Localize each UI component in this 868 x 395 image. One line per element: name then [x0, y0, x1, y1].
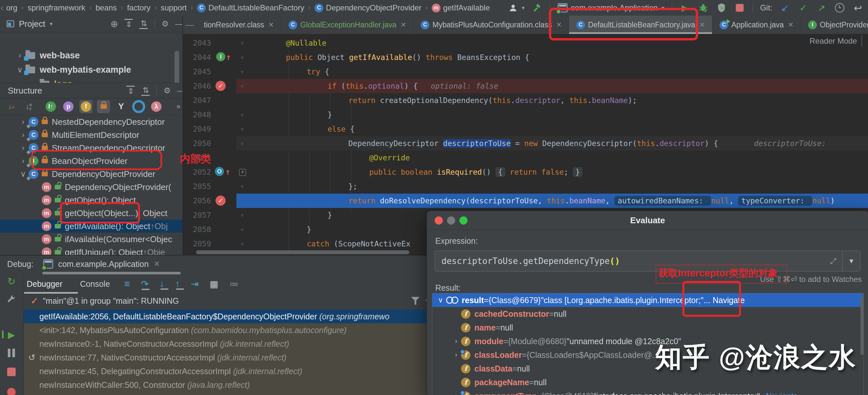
minimize-window-icon[interactable] [447, 217, 455, 225]
rerun-icon[interactable]: ↻ [5, 275, 18, 287]
tab-console[interactable]: Console [77, 279, 113, 289]
fold-marker-icon[interactable]: ▿ [240, 136, 244, 150]
show-properties-icon[interactable]: p [62, 100, 75, 113]
structure-tree-item[interactable]: mgetIfAvailable(): Object ↑Obj [0, 220, 183, 233]
stack-frame-row[interactable]: newInstanceWithCaller:500, Constructor (… [24, 378, 438, 392]
result-tree-row[interactable]: fname = null [432, 321, 864, 334]
evaluate-expression-icon[interactable]: ▦ [210, 279, 218, 289]
overriding-icon[interactable]: O [215, 167, 224, 176]
thread-status-row[interactable]: ✓ "main"@1 in group "main": RUNNING ▾ [24, 293, 437, 308]
user-icon[interactable] [507, 2, 519, 13]
evaluate-expression-input[interactable]: descriptorToUse.getDependencyType () ⤢ ▼ [435, 251, 861, 272]
profiler-icon[interactable] [716, 2, 727, 13]
run-button[interactable]: ▶ [680, 2, 690, 13]
code-line[interactable]: 2045▿try { [183, 64, 868, 79]
fold-marker-icon[interactable]: ▿ [240, 208, 244, 222]
stack-frame-row[interactable]: newInstance:45, DelegatingConstructorAcc… [24, 364, 438, 378]
stop-process-icon[interactable] [5, 366, 18, 378]
chevron-icon[interactable]: › [451, 337, 461, 345]
expand-all-icon[interactable]: ⇕ [124, 19, 133, 29]
result-tree-row[interactable]: fpackageName = null [432, 375, 864, 389]
show-non-public-icon[interactable] [97, 100, 110, 113]
structure-tree-item[interactable]: ›IBeanObjectProvider [0, 154, 183, 168]
step-over-icon[interactable]: ↷ [141, 279, 149, 289]
debug-bug-icon[interactable] [698, 2, 709, 13]
toggle-lambda-icon[interactable]: λ [150, 100, 163, 113]
collapse-all-icon[interactable]: ⇅ [140, 19, 148, 29]
view-breakpoints-icon[interactable] [5, 386, 18, 395]
expand-all-icon[interactable]: ⇕ [126, 86, 135, 96]
structure-tree-item[interactable]: ›CMultiElementDescriptor [0, 129, 183, 141]
rollback-icon[interactable]: ↩ [852, 2, 863, 13]
code-line[interactable]: 2056✓return doResolveDependency(descript… [183, 194, 868, 208]
collapse-all-icon[interactable]: ⇅ [141, 86, 150, 96]
close-tab-icon[interactable]: ✕ [556, 21, 562, 29]
git-push-icon[interactable]: ↗ [816, 2, 827, 13]
settings-wrench-icon[interactable] [5, 293, 18, 305]
project-settings-gear-icon[interactable]: ⚙ [161, 19, 169, 28]
tab-overflow-icon[interactable]: — [183, 16, 197, 34]
structure-settings-gear-icon[interactable]: ⚙ [163, 86, 170, 95]
editor-tab[interactable]: CDefaultListableBeanFactory.java✕ [569, 16, 712, 34]
filter-icon[interactable]: Y [115, 100, 128, 113]
fold-marker-icon[interactable]: ▿ [240, 50, 244, 64]
sort-by-visibility-icon[interactable]: ↓🔾 [5, 100, 18, 113]
structure-tree-item[interactable]: mgetIfUnique(): Object ↑Obje [0, 246, 183, 255]
structure-panel-title[interactable]: Structure [8, 86, 42, 96]
step-into-icon[interactable]: ↓ [160, 279, 164, 289]
chevron-icon[interactable]: › [14, 51, 25, 60]
fold-marker-icon[interactable]: ▿ [240, 122, 244, 136]
toggle-o-icon[interactable] [132, 100, 145, 113]
run-configuration-select[interactable]: com.example.Application ▾ [558, 3, 664, 12]
breakpoint-icon[interactable]: ✓ [216, 81, 226, 91]
breakpoint-icon[interactable]: ✓ [216, 196, 226, 206]
chevron-icon[interactable]: ∨ [14, 65, 25, 74]
code-line[interactable]: 2049▿else { [183, 122, 868, 136]
stack-frame-row[interactable]: newInstance:481, Constructor (java.lang.… [24, 392, 438, 395]
code-line[interactable]: 2055▿}; [183, 179, 868, 194]
project-panel-title[interactable]: Project [19, 19, 45, 29]
breadcrumb-item[interactable]: org [6, 3, 18, 12]
close-session-icon[interactable]: ✕ [154, 260, 160, 268]
result-scrollbar[interactable] [861, 296, 864, 355]
editor-tab[interactable]: CGlobalExceptionHandler.java✕ [281, 16, 413, 34]
fold-marker-icon[interactable]: ▿ [240, 222, 244, 236]
stack-frame-row[interactable]: <init>:142, MybatisPlusAutoConfiguration… [24, 323, 438, 337]
overrides-icon[interactable]: I [216, 52, 225, 61]
git-update-icon[interactable]: ↙ [779, 2, 790, 13]
navigate-link[interactable]: Navigate [766, 391, 798, 395]
step-out-icon[interactable]: ↑ [176, 279, 180, 289]
code-line[interactable]: 2044I↑▿public Object getIfAvailable() th… [183, 50, 868, 64]
hide-panel-icon[interactable]: — [175, 19, 183, 28]
structure-tree-item[interactable]: ∨CDependencyObjectProvider [0, 168, 183, 180]
stack-frame-row[interactable]: getIfAvailable:2056, DefaultListableBean… [24, 310, 438, 323]
chevron-icon[interactable]: › [451, 392, 461, 395]
fold-marker-icon[interactable]: ▿ [240, 64, 244, 79]
debug-tab-scrollbar[interactable] [42, 272, 181, 275]
breadcrumb-item[interactable]: mgetIfAvailable [432, 3, 490, 12]
close-tab-icon[interactable]: ✕ [699, 21, 705, 29]
project-tree-item[interactable]: ∨web-mybatis-example [0, 63, 183, 77]
chevron-icon[interactable]: ∨ [436, 296, 445, 304]
close-tab-icon[interactable]: ✕ [400, 21, 406, 29]
sort-alphabetically-icon[interactable]: ↓az [22, 100, 35, 113]
code-line[interactable]: 2043▿@Nullable [183, 36, 868, 50]
breadcrumb-item[interactable]: springframework [28, 3, 85, 12]
reader-mode-label[interactable]: Reader Mode [810, 36, 857, 46]
code-line[interactable]: 2048▿} [183, 108, 868, 122]
history-clock-icon[interactable] [834, 2, 845, 13]
result-tree-row[interactable]: ›fcomponentType = {Class@4919} "interfac… [432, 389, 864, 395]
fold-marker-icon[interactable]: ▿ [240, 79, 244, 93]
fold-marker-icon[interactable]: ▿ [240, 236, 244, 251]
structure-tree-item[interactable]: ›CStreamDependencyDescriptor [0, 141, 183, 154]
fold-marker-icon[interactable]: ▿ [240, 108, 244, 122]
project-title-dropdown-icon[interactable]: ▾ [50, 21, 53, 27]
resume-program-icon[interactable]: ▶ [5, 329, 18, 341]
tab-debugger[interactable]: Debugger [24, 279, 66, 289]
editor-tab[interactable]: CMybatisPlusAutoConfiguration.class✕ [413, 16, 569, 34]
run-to-cursor-icon[interactable]: ⇥ [191, 279, 198, 289]
filter-funnel-icon[interactable] [411, 297, 420, 305]
stop-button[interactable] [734, 2, 745, 13]
editor-tab[interactable]: IObjectProvider.java [801, 16, 868, 34]
more-icon[interactable]: » [172, 100, 183, 113]
